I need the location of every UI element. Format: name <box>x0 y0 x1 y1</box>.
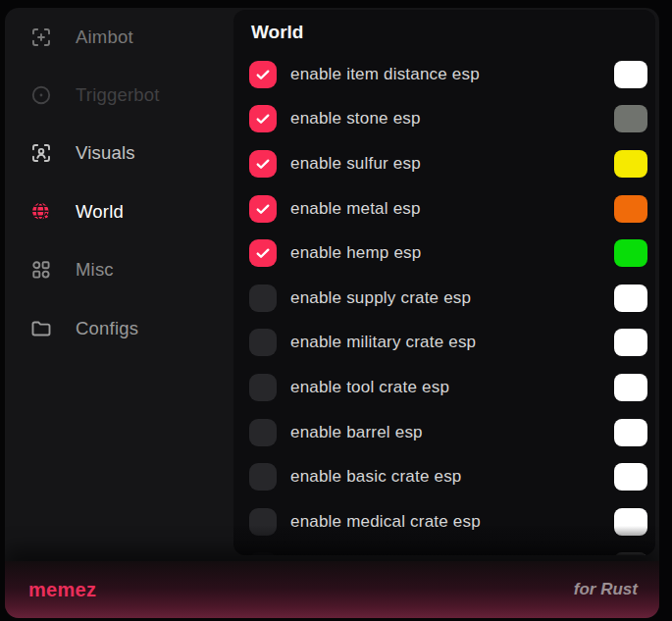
settings-row: enable tool crate esp <box>233 365 655 410</box>
settings-row: enable military crate esp <box>233 321 655 366</box>
setting-label: enable supply crate esp <box>290 288 471 308</box>
panel-title: World <box>251 22 303 43</box>
setting-label: enable stone esp <box>290 109 421 129</box>
sidebar-item-label: Misc <box>76 259 114 281</box>
checkbox-unchecked[interactable] <box>249 552 277 555</box>
settings-row: enable stone esp <box>233 97 655 142</box>
app-root: AimbotTriggerbotVisualsWorldMiscConfigs … <box>0 0 672 621</box>
cheat-menu-window: AimbotTriggerbotVisualsWorldMiscConfigs … <box>5 8 659 618</box>
check-icon <box>254 66 272 83</box>
sidebar-item-label: Configs <box>76 318 138 339</box>
sidebar-item-misc[interactable]: Misc <box>5 241 233 299</box>
setting-label: enable military crate esp <box>290 333 476 352</box>
shapes-grid-icon <box>29 258 53 282</box>
sidebar-item-label: Triggerbot <box>76 84 160 106</box>
color-swatch[interactable] <box>614 195 647 223</box>
color-swatch[interactable] <box>614 374 647 401</box>
sidebar-item-world[interactable]: World <box>5 182 233 240</box>
color-swatch[interactable] <box>614 105 647 132</box>
globe-star-icon <box>29 200 53 224</box>
settings-row: enable sulfur esp <box>233 141 655 186</box>
sidebar-item-visuals[interactable]: Visuals <box>5 125 233 182</box>
settings-row-list: enable item distance espenable stone esp… <box>233 52 655 555</box>
setting-label: enable item distance esp <box>290 65 480 84</box>
sidebar-item-label: Aimbot <box>76 26 133 48</box>
checkbox-unchecked[interactable] <box>249 285 277 312</box>
check-icon <box>254 155 272 173</box>
sidebar-nav: AimbotTriggerbotVisualsWorldMiscConfigs <box>5 8 233 561</box>
settings-row: enable supply crate esp <box>233 276 655 321</box>
settings-row: enable barrel esp <box>233 410 655 455</box>
checkbox-unchecked[interactable] <box>249 508 277 536</box>
sidebar-item-configs[interactable]: Configs <box>5 299 233 357</box>
settings-row: enable metal esp <box>233 186 655 232</box>
target-dot-icon <box>29 83 53 107</box>
checkbox-checked[interactable] <box>249 61 277 88</box>
settings-row: enable basic crate esp <box>233 454 655 499</box>
world-settings-panel: World enable item distance espenable sto… <box>233 10 655 555</box>
checkbox-checked[interactable] <box>249 105 277 132</box>
setting-label: enable metal esp <box>290 199 421 219</box>
setting-label: enable barrel esp <box>290 423 423 442</box>
sidebar-item-aimbot[interactable]: Aimbot <box>5 8 233 66</box>
color-swatch[interactable] <box>614 150 647 178</box>
settings-row: enable hemp esp <box>233 231 655 276</box>
setting-label: enable sulfur esp <box>290 154 421 174</box>
color-swatch[interactable] <box>614 285 647 312</box>
checkbox-unchecked[interactable] <box>249 329 277 356</box>
checkbox-unchecked[interactable] <box>249 374 277 401</box>
color-swatch[interactable] <box>614 552 647 555</box>
footer-bar: memez for Rust <box>5 561 659 618</box>
setting-label: enable medical crate esp <box>290 512 481 532</box>
color-swatch[interactable] <box>614 508 647 536</box>
check-icon <box>254 110 272 128</box>
color-swatch[interactable] <box>614 61 647 88</box>
sidebar-item-label: Visuals <box>76 142 135 164</box>
checkbox-checked[interactable] <box>249 150 277 178</box>
color-swatch[interactable] <box>614 463 647 491</box>
crosshair-plus-icon <box>29 26 53 49</box>
setting-label: enable basic crate esp <box>290 467 462 487</box>
color-swatch[interactable] <box>614 419 647 446</box>
check-icon <box>254 200 272 218</box>
settings-row-partial <box>233 544 655 555</box>
setting-label: enable hemp esp <box>290 243 421 263</box>
folder-icon <box>29 317 53 340</box>
settings-row: enable medical crate esp <box>233 499 655 544</box>
settings-row: enable item distance esp <box>233 52 655 97</box>
checkbox-checked[interactable] <box>249 195 277 223</box>
color-swatch[interactable] <box>614 329 647 356</box>
tagline-label: for Rust <box>574 580 638 599</box>
setting-label: enable tool crate esp <box>290 378 449 397</box>
user-scan-icon <box>29 141 53 165</box>
color-swatch[interactable] <box>614 239 647 267</box>
check-icon <box>254 244 272 262</box>
sidebar-item-label: World <box>76 201 124 223</box>
brand-label: memez <box>28 579 96 601</box>
sidebar-item-triggerbot[interactable]: Triggerbot <box>5 66 233 124</box>
checkbox-checked[interactable] <box>249 239 277 267</box>
checkbox-unchecked[interactable] <box>249 419 277 446</box>
checkbox-unchecked[interactable] <box>249 463 277 491</box>
